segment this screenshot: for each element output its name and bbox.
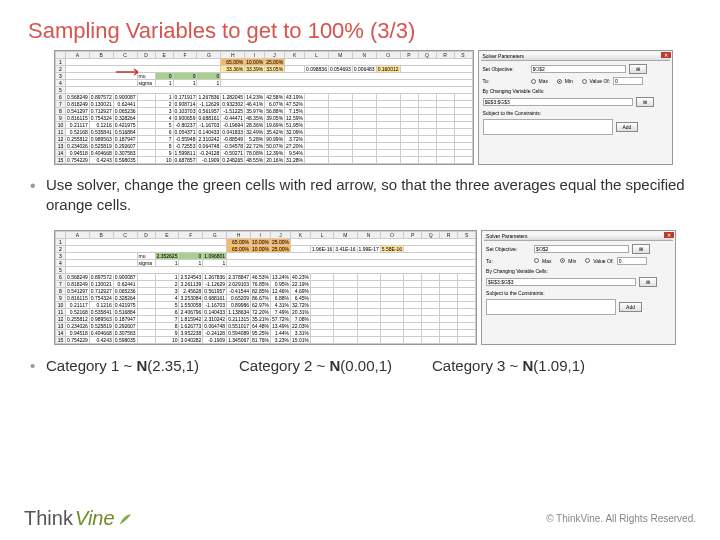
close-icon[interactable]: ✕ — [664, 232, 674, 238]
cat1: Category 1 ~ N(2.35,1) — [46, 357, 199, 374]
constraints-box[interactable] — [483, 119, 613, 135]
max-radio[interactable] — [531, 79, 536, 84]
close-icon[interactable]: ✕ — [661, 52, 671, 58]
solver-dialog-1: Solver Parameters ✕ Set Objective:⊞ To:M… — [478, 50, 673, 165]
footer: ThinkVine © ThinkVine. All Rights Reserv… — [0, 507, 720, 530]
screenshot-2: ABCDEFGHIJKLMNOPQRS 165.00%10.00%25.00% … — [54, 230, 720, 345]
range-button-2[interactable]: ⊞ — [636, 97, 654, 107]
add-button[interactable]: Add — [619, 302, 642, 312]
objective-input[interactable] — [531, 65, 626, 73]
category-line: Category 1 ~ N(2.35,1) Category 2 ~ N(0.… — [0, 347, 720, 374]
max-radio[interactable] — [534, 258, 539, 263]
spreadsheet-1: ABCDEFGHIJKLMNOPQRS 165.00%10.00%25.00% … — [54, 50, 474, 165]
solver-dialog-2: Solver Parameters ✕ Set Objective:⊞ To:M… — [481, 230, 676, 345]
valueof-radio[interactable] — [585, 258, 590, 263]
spreadsheet-2: ABCDEFGHIJKLMNOPQRS 165.00%10.00%25.00% … — [54, 230, 477, 345]
cat3: Category 3 ~ N(1.09,1) — [432, 357, 585, 374]
valueof-input[interactable] — [613, 77, 643, 85]
red-arrow-icon — [116, 68, 146, 76]
logo: ThinkVine — [24, 507, 133, 530]
changing-cells-input[interactable] — [486, 278, 636, 286]
copyright: © ThinkVine. All Rights Reserved. — [546, 513, 696, 524]
solver-titlebar: Solver Parameters — [481, 53, 670, 61]
add-button[interactable]: Add — [616, 122, 639, 132]
page-title: Sampling Variables to get to 100% (3/3) — [0, 0, 720, 44]
min-radio[interactable] — [557, 79, 562, 84]
bullet-1: Use solver, change the green cells with … — [0, 167, 720, 224]
objective-input[interactable] — [534, 245, 629, 253]
min-radio[interactable] — [560, 258, 565, 263]
solver-titlebar: Solver Parameters — [484, 233, 673, 241]
cat2: Category 2 ~ N(0.00,1) — [239, 357, 392, 374]
constraints-box[interactable] — [486, 299, 616, 315]
valueof-radio[interactable] — [582, 79, 587, 84]
range-button[interactable]: ⊞ — [629, 64, 647, 74]
screenshot-1: ABCDEFGHIJKLMNOPQRS 165.00%10.00%25.00% … — [54, 50, 720, 165]
changing-cells-input[interactable] — [483, 98, 633, 106]
leaf-icon — [117, 511, 133, 527]
